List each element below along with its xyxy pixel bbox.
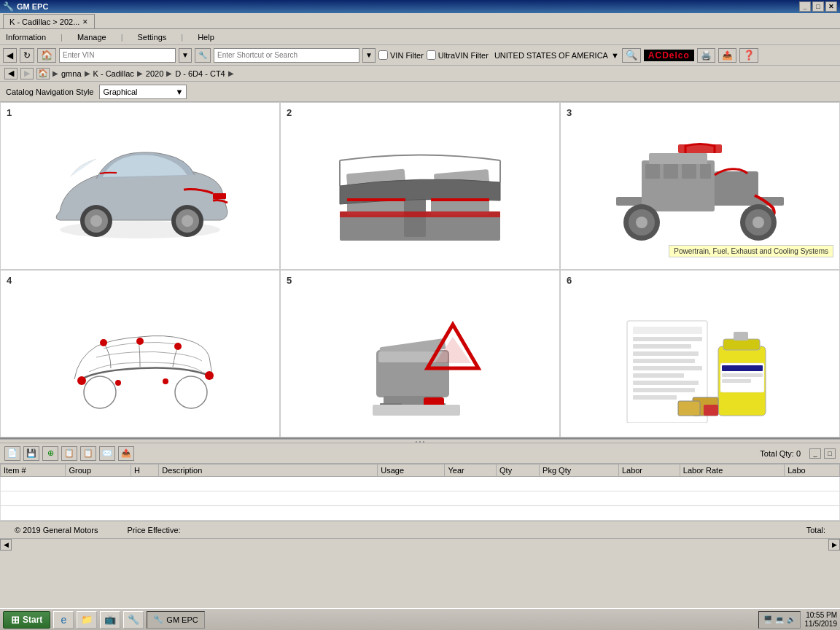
svg-rect-59 (633, 381, 699, 385)
copy-button[interactable]: 📋 (80, 446, 96, 461)
svg-rect-52 (633, 327, 702, 334)
svg-rect-64 (734, 332, 748, 341)
catalog-cell-6[interactable]: 6 (560, 270, 840, 438)
vin-filter-label[interactable]: VIN Filter (378, 50, 424, 60)
catalog-cell-3[interactable]: 3 (560, 102, 840, 270)
save-button[interactable]: 💾 (23, 446, 39, 461)
catalog-cell-5[interactable]: 5 (280, 270, 560, 438)
panel-maximize-button[interactable]: □ (824, 448, 836, 459)
restore-button[interactable]: □ (812, 1, 824, 12)
svg-rect-20 (645, 164, 660, 179)
svg-rect-22 (682, 164, 696, 179)
svg-rect-24 (715, 171, 758, 204)
refresh-button[interactable]: ↻ (20, 48, 34, 63)
catalog-cell-2[interactable]: 2 (280, 102, 560, 270)
svg-rect-63 (723, 339, 760, 350)
menu-settings[interactable]: Settings (138, 33, 167, 42)
search-input[interactable] (214, 48, 359, 63)
cell-number-1: 1 (7, 107, 12, 118)
breadcrumb: ◀ ▶ 🏠 ▶ gmna ▶ K - Cadillac ▶ 2020 ▶ D -… (0, 66, 840, 82)
ultravin-filter-label[interactable]: UltraVIN Filter (427, 50, 489, 60)
scroll-track[interactable] (12, 539, 828, 550)
forward-nav-button[interactable]: ▶ (20, 68, 34, 79)
vin-dropdown[interactable]: ▼ (179, 48, 192, 63)
vin-action-button[interactable]: 🔧 (195, 48, 211, 63)
email-button[interactable]: ✉️ (99, 446, 115, 461)
svg-rect-7 (213, 193, 226, 199)
menu-manage[interactable]: Manage (77, 33, 106, 42)
system-tray: 🖥️ 💻 🔊 (758, 611, 801, 629)
breadcrumb-sep-3: ▶ (166, 69, 172, 77)
home-button[interactable]: 🏠 (37, 48, 56, 63)
export-button[interactable]: 📤 (718, 48, 736, 63)
svg-rect-16 (431, 198, 489, 201)
tab-close-button[interactable]: ✕ (82, 18, 88, 26)
taskbar: ⊞ Start e 📁 📺 🔧 🔧 GM EPC 🖥️ 💻 🔊 10:55 PM… (0, 608, 840, 630)
print-button[interactable]: 🖨️ (697, 48, 715, 63)
country-dropdown-arrow[interactable]: ▼ (611, 51, 619, 60)
start-button[interactable]: ⊞ Start (3, 611, 50, 629)
svg-rect-71 (704, 405, 718, 416)
col-qty: Qty (497, 464, 540, 477)
export2-button[interactable]: 📤 (118, 446, 134, 461)
search-button[interactable]: 🔍 (622, 48, 641, 63)
search-dropdown[interactable]: ▼ (362, 48, 376, 63)
new-button[interactable]: 📄 (4, 446, 20, 461)
main-tab[interactable]: K - Cadillac > 202... ✕ (3, 14, 95, 28)
taskbar-gmepc-app[interactable]: 🔧 GM EPC (147, 611, 204, 629)
car-body-image (38, 117, 242, 255)
svg-point-3 (90, 215, 102, 227)
parts-table: Item # Group H Description Usage Year Qt… (0, 464, 840, 521)
taskbar-folder-button[interactable]: 📁 (77, 611, 97, 629)
horizontal-scrollbar[interactable]: ◀ ▶ (0, 538, 840, 550)
pdf-button[interactable]: 📋 (61, 446, 77, 461)
taskbar-ie-button[interactable]: e (53, 611, 74, 629)
help-button[interactable]: ❓ (739, 48, 758, 63)
catalog-cell-1[interactable]: 1 (0, 102, 280, 270)
svg-rect-58 (633, 373, 684, 378)
nav-style-dropdown[interactable]: Graphical ▼ (99, 85, 187, 99)
breadcrumb-item-0[interactable]: gmna (61, 69, 82, 78)
bottom-toolbar: 📄 💾 ⊕ 📋 📋 ✉️ 📤 Total Qty: 0 _ □ (0, 443, 840, 464)
svg-rect-70 (678, 401, 700, 416)
back-nav-button[interactable]: ◀ (4, 68, 18, 79)
vin-input[interactable] (59, 48, 176, 63)
breadcrumb-sep-4: ▶ (228, 69, 234, 77)
table-row (1, 506, 840, 521)
col-group: Group (66, 464, 131, 477)
service-items-image (598, 284, 802, 423)
breadcrumb-item-2[interactable]: 2020 (146, 69, 163, 78)
clock-display: 10:55 PM 11/5/2019 (805, 611, 838, 629)
breadcrumb-item-3[interactable]: D - 6D4 - CT4 (175, 69, 225, 78)
close-button[interactable]: ✕ (825, 1, 837, 12)
menu-bar: Information | Manage | Settings | Help (0, 29, 840, 45)
table-header-row: Item # Group H Description Usage Year Qt… (1, 464, 840, 477)
svg-rect-14 (340, 211, 500, 217)
breadcrumb-item-1[interactable]: K - Cadillac (93, 69, 134, 78)
svg-point-37 (115, 380, 121, 386)
scroll-left-button[interactable]: ◀ (0, 539, 12, 551)
menu-help[interactable]: Help (198, 33, 214, 42)
menu-information[interactable]: Information (6, 33, 46, 42)
tab-bar: K - Cadillac > 202... ✕ (0, 13, 840, 29)
svg-rect-57 (633, 366, 702, 370)
home-nav-button[interactable]: 🏠 (36, 68, 50, 79)
col-description: Description (159, 464, 378, 477)
ultravin-filter-checkbox[interactable] (427, 50, 436, 60)
minimize-button[interactable]: _ (799, 1, 811, 12)
add-button[interactable]: ⊕ (42, 446, 58, 461)
table-row (1, 491, 840, 506)
back-button[interactable]: ◀ (3, 48, 17, 63)
taskbar-app2-button[interactable]: 🔧 (123, 611, 144, 629)
powertrain-image (598, 117, 802, 255)
svg-point-35 (77, 376, 86, 385)
catalog-cell-4[interactable]: 4 (0, 270, 280, 438)
svg-point-32 (100, 339, 107, 346)
panel-minimize-button[interactable]: _ (809, 448, 821, 459)
cell-number-4: 4 (7, 275, 12, 286)
taskbar-media-button[interactable]: 📺 (100, 611, 120, 629)
menu-sep-1: | (61, 33, 63, 42)
scroll-right-button[interactable]: ▶ (828, 539, 840, 551)
cell-number-5: 5 (287, 275, 292, 286)
vin-filter-checkbox[interactable] (378, 50, 388, 60)
